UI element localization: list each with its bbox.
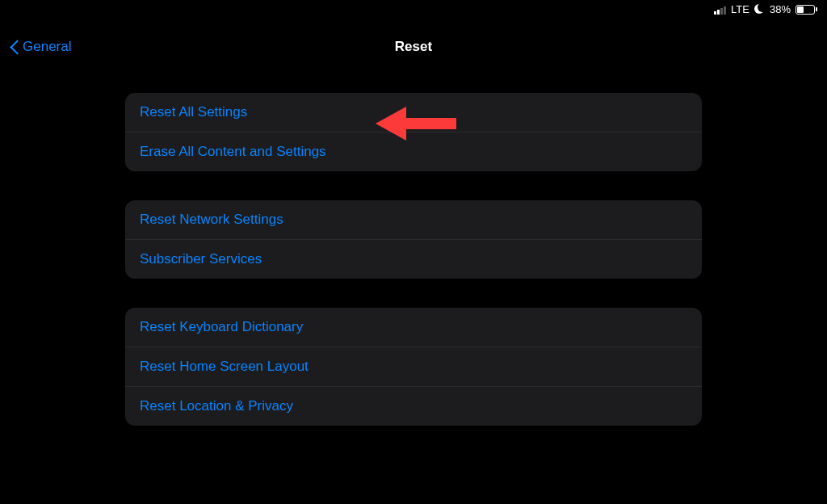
settings-group: Reset Keyboard Dictionary Reset Home Scr… [125,308,702,426]
battery-percent: 38% [770,3,791,15]
cellular-signal-icon [714,5,726,15]
erase-all-content[interactable]: Erase All Content and Settings [125,132,702,171]
status-bar: LTE 38% [714,3,817,15]
network-label: LTE [731,3,749,15]
chevron-left-icon [10,39,19,55]
nav-bar: General Reset [0,27,827,66]
reset-network-settings[interactable]: Reset Network Settings [125,200,702,240]
page-title: Reset [395,39,432,55]
reset-all-settings[interactable]: Reset All Settings [125,93,702,132]
back-button[interactable]: General [10,39,71,55]
reset-home-screen-layout[interactable]: Reset Home Screen Layout [125,347,702,387]
settings-list: Reset All Settings Erase All Content and… [125,93,702,455]
settings-group: Reset Network Settings Subscriber Servic… [125,200,702,279]
reset-location-privacy[interactable]: Reset Location & Privacy [125,387,702,426]
subscriber-services[interactable]: Subscriber Services [125,240,702,279]
do-not-disturb-icon [754,4,765,15]
battery-icon [796,5,817,15]
settings-group: Reset All Settings Erase All Content and… [125,93,702,171]
back-label: General [23,39,71,55]
reset-keyboard-dictionary[interactable]: Reset Keyboard Dictionary [125,308,702,347]
